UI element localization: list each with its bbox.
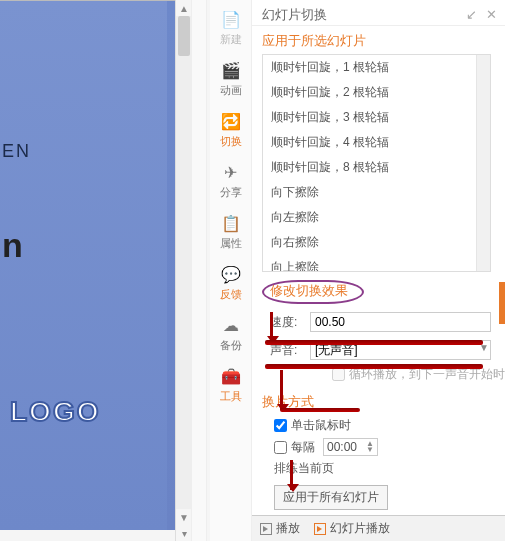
rehearse-row[interactable]: 排练当前页: [252, 458, 505, 479]
list-item[interactable]: 顺时针回旋，3 根轮辐: [263, 105, 490, 130]
list-item[interactable]: 顺时针回旋，8 根轮辐: [263, 155, 490, 180]
slide-canvas-inner: EN n LOGO: [0, 1, 167, 530]
toolbar-tools[interactable]: 🧰 工具: [210, 357, 251, 408]
toolbar-backup-label: 备份: [210, 338, 251, 353]
sound-input[interactable]: [310, 340, 491, 360]
loop-row: 循环播放，到下一声音开始时: [252, 364, 505, 385]
document-icon: 📄: [221, 10, 241, 28]
toolbar-share[interactable]: ✈ 分享: [210, 153, 251, 204]
panel-title: 幻灯片切换: [262, 6, 459, 24]
every-row: 每隔 00:00 ▲▼: [252, 436, 505, 458]
slide-text-en: EN: [2, 141, 31, 162]
list-item[interactable]: 向右擦除: [263, 230, 490, 255]
toolbar-feedback[interactable]: 💬 反馈: [210, 255, 251, 306]
panel-footer: 播放 幻灯片播放: [252, 515, 505, 541]
play-button[interactable]: 播放: [260, 520, 300, 537]
toolbar-feedback-label: 反馈: [210, 287, 251, 302]
onclick-checkbox[interactable]: [274, 419, 287, 432]
side-tab-indicator[interactable]: [499, 282, 505, 324]
section-apply-selected: 应用于所选幻灯片: [252, 26, 505, 54]
slideshow-icon: [314, 523, 326, 535]
properties-icon: 📋: [221, 214, 241, 232]
scroll-page-icon[interactable]: ▾: [176, 525, 192, 541]
toolbar-tools-label: 工具: [210, 389, 251, 404]
spinner-icon[interactable]: ▲▼: [366, 441, 374, 453]
apply-all-row: 应用于所有幻灯片: [252, 479, 505, 512]
onclick-row: 单击鼠标时: [252, 415, 505, 436]
every-label: 每隔: [291, 439, 315, 456]
speed-input[interactable]: [310, 312, 491, 332]
speed-label: 速度:: [270, 314, 310, 331]
list-item[interactable]: 顺时针回旋，4 根轮辐: [263, 130, 490, 155]
toolbar-animation[interactable]: 🎬 动画: [210, 51, 251, 102]
play-icon: [260, 523, 272, 535]
slide-canvas[interactable]: EN n LOGO: [0, 0, 175, 530]
slide-text-n: n: [2, 226, 23, 265]
film-icon: 🎬: [221, 61, 241, 79]
cloud-icon: ☁: [221, 316, 241, 334]
toolbar-properties-label: 属性: [210, 236, 251, 251]
sound-combo[interactable]: ▼: [310, 340, 491, 360]
list-scrollbar[interactable]: [476, 55, 490, 271]
section-modify: 修改切换效果: [252, 274, 505, 308]
transition-panel: 幻灯片切换 ↙ ✕ 应用于所选幻灯片 顺时针回旋，1 根轮辐 顺时针回旋，2 根…: [252, 0, 505, 541]
list-item[interactable]: 向上擦除: [263, 255, 490, 272]
transition-list[interactable]: 顺时针回旋，1 根轮辐 顺时针回旋，2 根轮辐 顺时针回旋，3 根轮辐 顺时针回…: [262, 54, 491, 272]
list-item[interactable]: 顺时针回旋，2 根轮辐: [263, 80, 490, 105]
slide-text-logo: LOGO: [10, 396, 100, 428]
every-checkbox[interactable]: [274, 441, 287, 454]
toolbar-new-label: 新建: [210, 32, 251, 47]
loop-label: 循环播放，到下一声音开始时: [349, 366, 505, 383]
section-advance: 换片方式: [252, 385, 505, 415]
slideshow-button[interactable]: 幻灯片播放: [314, 520, 390, 537]
list-item[interactable]: 顺时针回旋，1 根轮辐: [263, 55, 490, 80]
section-modify-label: 修改切换效果: [262, 280, 364, 304]
sound-label: 声音:: [270, 342, 310, 359]
toolbar-backup[interactable]: ☁ 备份: [210, 306, 251, 357]
panel-dock-icon[interactable]: ↙: [463, 7, 479, 23]
toolbar-transition[interactable]: 🔁 切换: [210, 102, 251, 153]
onclick-label: 单击鼠标时: [291, 417, 351, 434]
panel-close-icon[interactable]: ✕: [483, 7, 499, 23]
apply-all-button[interactable]: 应用于所有幻灯片: [274, 485, 388, 510]
play-label: 播放: [276, 520, 300, 537]
every-time-input[interactable]: 00:00 ▲▼: [323, 438, 378, 456]
scroll-up-icon[interactable]: ▲: [176, 0, 192, 16]
toolbar-share-label: 分享: [210, 185, 251, 200]
toolbox-icon: 🧰: [221, 367, 241, 385]
rehearse-label: 排练当前页: [274, 460, 334, 477]
canvas-scrollbar[interactable]: ▲ ▼ ▾: [175, 0, 191, 541]
side-toolbar: 📄 新建 🎬 动画 🔁 切换 ✈ 分享 📋 属性 💬 反馈 ☁ 备份 🧰 工具: [210, 0, 252, 541]
toolbar-transition-label: 切换: [210, 134, 251, 149]
share-icon: ✈: [221, 163, 241, 181]
toolbar-properties[interactable]: 📋 属性: [210, 204, 251, 255]
every-time-value: 00:00: [327, 440, 357, 454]
scroll-down-icon[interactable]: ▼: [176, 509, 192, 525]
speed-row: 速度:: [252, 308, 505, 336]
toolbar-new[interactable]: 📄 新建: [210, 0, 251, 51]
chevron-down-icon[interactable]: ▼: [479, 342, 489, 353]
loop-checkbox: [332, 368, 345, 381]
secondary-scrollbar[interactable]: [191, 0, 207, 541]
panel-header: 幻灯片切换 ↙ ✕: [252, 0, 505, 26]
list-item[interactable]: 向左擦除: [263, 205, 490, 230]
list-item[interactable]: 向下擦除: [263, 180, 490, 205]
scroll-thumb[interactable]: [178, 16, 190, 56]
toolbar-animation-label: 动画: [210, 83, 251, 98]
slideshow-label: 幻灯片播放: [330, 520, 390, 537]
sound-row: 声音: ▼: [252, 336, 505, 364]
chat-icon: 💬: [221, 265, 241, 283]
transition-icon: 🔁: [221, 112, 241, 130]
